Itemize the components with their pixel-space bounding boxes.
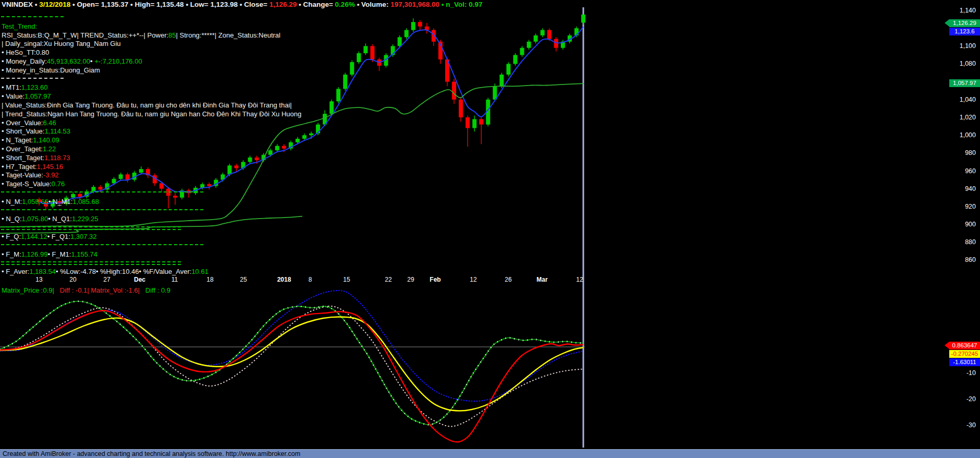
indicator-text-segment: • Over_Value: <box>2 119 43 127</box>
indicator-text-segment: 1,126.99 <box>21 250 48 258</box>
oscillator-header-segment: Diff : 0.9 <box>140 286 170 294</box>
date-axis-label: Feb <box>430 276 440 283</box>
indicator-text-segment: • F_M: <box>2 250 21 258</box>
candle <box>343 75 347 89</box>
price-axis-label: 960 <box>938 167 976 175</box>
candle <box>547 30 552 39</box>
indicator-text-segment: • Over_Taget: <box>2 145 43 153</box>
indicator-text-line: • N_Q:1,075.80• N_Q1:1,229.25 <box>2 215 98 223</box>
osc-blue-badge: -1.63011 <box>949 358 980 366</box>
separator-dashed <box>1 209 203 210</box>
candle <box>452 82 456 100</box>
date-axis-label: 12 <box>470 276 476 283</box>
separator-dashed <box>1 16 64 17</box>
indicator-text-line: • Money_in_Status:Duong_Giam <box>2 66 100 74</box>
indicator-text-segment: 1,229.25 <box>72 215 99 223</box>
candle <box>363 46 368 53</box>
indicator-text-segment: 1,183.54 <box>29 268 56 275</box>
last-close-badge-arrow-icon <box>945 19 949 27</box>
candle <box>302 135 307 139</box>
osc-red-badge-arrow-icon <box>945 342 949 349</box>
indicator-text-segment: RSI_Status:B:Q_M_T_W| TREND_Status:++*--… <box>2 31 168 39</box>
candle <box>506 64 510 74</box>
indicator-text-segment: • F_M1: <box>47 250 71 258</box>
indicator-text-segment: 1,057.97 <box>24 92 51 100</box>
candle <box>357 53 361 62</box>
candle <box>534 35 538 42</box>
candle <box>98 187 102 189</box>
candle <box>119 174 123 179</box>
candle <box>499 75 504 86</box>
indicator-text-segment: 85 <box>168 31 176 39</box>
candle <box>207 184 211 186</box>
chart-title-bar: VNINDEX • 3/12/2018 • Open= 1,135.37 • H… <box>2 1 482 8</box>
separator-dashed <box>1 244 203 245</box>
indicator-text-line: • HeSo_TT:0.80 <box>2 49 49 56</box>
last-close-badge: 1,126.29 <box>949 19 980 27</box>
title-segment: 0.97 <box>469 1 482 8</box>
candle <box>268 150 273 155</box>
indicator-text-line: | Trend_Status:Ngan Han Tang Truong. Đâu… <box>2 110 301 118</box>
indicator-text-line: • N_M:1,058.66• N_M1:1,085.68 <box>2 198 99 206</box>
oscillator-yellow-line <box>0 317 583 411</box>
chart-canvas[interactable] <box>0 0 980 449</box>
date-axis-label: 11 <box>172 276 178 283</box>
candle <box>479 119 483 124</box>
indicator-text-segment: +-:7,210,176.00 <box>94 57 142 65</box>
price-axis-label: 1,140 <box>938 7 976 14</box>
candle <box>541 30 545 35</box>
candle <box>370 46 374 59</box>
candle <box>513 55 518 64</box>
indicator-text-segment: -3.92 <box>43 171 59 179</box>
title-segment: • <box>35 1 39 8</box>
indicator-text-line: • H7_Taget:1,145.16 <box>2 163 63 171</box>
status-text: Created with AmiBroker - advanced charti… <box>3 450 300 457</box>
indicator-text-segment: • Money_in_Status:Duong_Giam <box>2 66 100 74</box>
candle <box>248 158 252 162</box>
indicator-text-line: • F_Aver:1,183.54• %Low:-4.78• %High:10.… <box>2 268 209 275</box>
candle <box>336 89 340 101</box>
indicator-text-segment: 1,085.68 <box>72 198 99 206</box>
indicator-text-segment: • H7_Taget: <box>2 163 36 171</box>
date-axis-label: 22 <box>385 276 391 283</box>
date-axis-label: 12 <box>576 276 583 283</box>
candle <box>275 146 279 151</box>
separator-dashed <box>1 191 203 192</box>
indicator-text-segment: | Daily_singal:Xu Huong Tang_Nam Giu <box>2 40 121 47</box>
title-segment: • Open= 1,135.37 • High= 1,135.48 • Low=… <box>72 1 270 8</box>
indicator-text-segment: 1,058.66 <box>22 198 48 206</box>
date-axis-label: 25 <box>240 276 247 283</box>
indicator-text-segment: • Taget-Value: <box>2 171 43 179</box>
indicator-text-segment: 1,123.60 <box>21 83 48 91</box>
candle <box>466 117 470 128</box>
indicator-text-line: | Value_Status:Đinh Gia Tang Truong. Đâu… <box>2 101 292 109</box>
indicator-text-line: • F_Q:1,144.12• F_Q1:1,307.32 <box>2 233 97 240</box>
price-axis-label: 860 <box>938 256 976 263</box>
price-axis-label: 1,020 <box>938 114 976 121</box>
indicator-text-segment: • HeSo_TT:0.80 <box>2 49 49 56</box>
price-axis-label: 1,080 <box>938 60 976 67</box>
indicator-text-segment: 1,118.73 <box>44 154 70 162</box>
indicator-text-segment: 1,155.74 <box>71 250 97 258</box>
indicator-text-segment: • F_Q: <box>2 233 21 240</box>
candle <box>139 169 143 173</box>
oscillator-axis-label: -20 <box>938 395 976 403</box>
indicator-text-line: • Money_Daily:45,913,632.00• +-:7,210,17… <box>2 57 142 65</box>
date-axis-label: 2018 <box>277 276 291 283</box>
candle <box>405 30 409 38</box>
candle <box>160 183 164 188</box>
indicator-text-line: • MT1:1,123.60 <box>2 83 47 91</box>
candle <box>350 62 354 75</box>
indicator-text-segment: • Short_Value: <box>2 127 44 135</box>
indicator-text-segment: • Taget-S_Value: <box>2 180 52 188</box>
candle <box>112 179 116 184</box>
candle <box>411 22 415 30</box>
indicator-text-segment: • Value: <box>2 92 24 100</box>
osc-red-badge: 0.863647 <box>949 342 980 349</box>
price-axis-label: 980 <box>938 149 976 156</box>
indicator-text-line: RSI_Status:B:Q_M_T_W| TREND_Status:++*--… <box>2 31 280 39</box>
indicator-text-segment: • F_Q1: <box>47 233 70 240</box>
oscillator-header-segment: Diff : -0.1| Matrix_Vol :-1.6| <box>54 286 140 294</box>
date-axis-label: Dec <box>134 276 145 283</box>
candle <box>71 194 75 198</box>
